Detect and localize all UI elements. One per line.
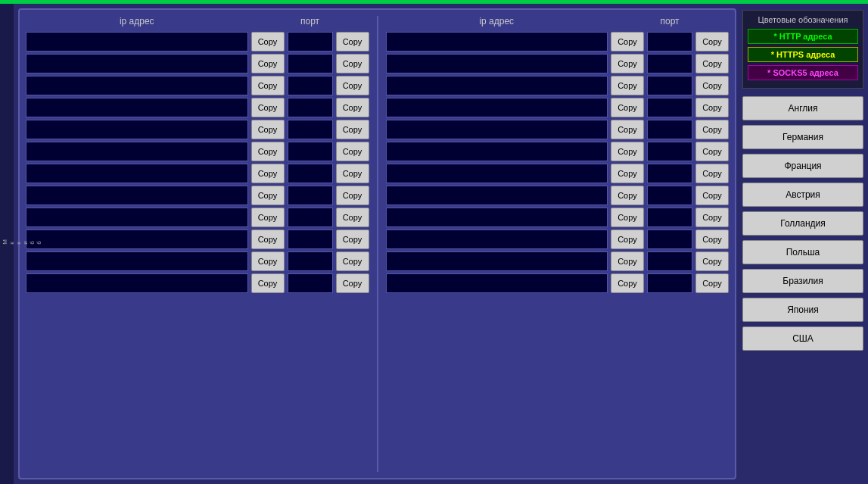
ip-input-left-3[interactable] [26, 76, 248, 95]
copy-ip-left-9[interactable]: Copy [251, 208, 285, 227]
copy-ip-left-5[interactable]: Copy [251, 120, 285, 139]
port-input-right-1[interactable] [647, 32, 692, 52]
port-input-right-4[interactable] [647, 98, 692, 117]
port-input-right-11[interactable] [647, 251, 692, 271]
port-input-left-10[interactable] [288, 230, 333, 249]
country-button-france[interactable]: Франция [742, 154, 863, 178]
country-button-netherlands[interactable]: Голландия [742, 211, 863, 236]
copy-ip-right-6[interactable]: Copy [611, 142, 644, 161]
copy-port-right-4[interactable]: Copy [695, 98, 729, 117]
country-button-brazil[interactable]: Бразилия [742, 269, 863, 293]
ip-input-right-11[interactable] [386, 251, 608, 271]
copy-ip-right-9[interactable]: Copy [611, 208, 644, 227]
country-button-austria[interactable]: Австрия [742, 183, 863, 207]
copy-port-left-8[interactable]: Copy [336, 186, 369, 205]
copy-port-left-7[interactable]: Copy [336, 164, 369, 183]
port-input-left-1[interactable] [288, 32, 333, 52]
copy-port-right-3[interactable]: Copy [695, 76, 729, 95]
ip-input-left-7[interactable] [26, 164, 248, 183]
port-input-left-11[interactable] [288, 251, 333, 271]
copy-ip-right-8[interactable]: Copy [611, 186, 644, 205]
copy-port-left-3[interactable]: Copy [336, 76, 369, 95]
copy-ip-right-3[interactable]: Copy [611, 76, 644, 95]
copy-ip-left-4[interactable]: Copy [251, 98, 285, 117]
copy-ip-left-6[interactable]: Copy [251, 142, 285, 161]
port-input-left-9[interactable] [288, 208, 333, 227]
copy-ip-right-2[interactable]: Copy [611, 54, 644, 73]
copy-port-right-6[interactable]: Copy [695, 142, 729, 161]
copy-ip-left-2[interactable]: Copy [251, 54, 285, 73]
copy-port-right-1[interactable]: Copy [695, 32, 729, 52]
ip-input-left-4[interactable] [26, 98, 248, 117]
country-button-germany[interactable]: Германия [742, 125, 863, 149]
copy-port-left-10[interactable]: Copy [336, 230, 369, 249]
ip-input-right-2[interactable] [386, 54, 608, 73]
port-input-right-5[interactable] [647, 120, 692, 139]
copy-port-left-2[interactable]: Copy [336, 54, 369, 73]
ip-input-right-5[interactable] [386, 120, 608, 139]
ip-input-right-6[interactable] [386, 142, 608, 161]
port-input-right-12[interactable] [647, 273, 692, 293]
copy-port-left-11[interactable]: Copy [336, 251, 369, 271]
copy-ip-right-4[interactable]: Copy [611, 98, 644, 117]
ip-input-right-8[interactable] [386, 186, 608, 205]
copy-ip-right-12[interactable]: Copy [611, 273, 644, 293]
copy-ip-left-3[interactable]: Copy [251, 76, 285, 95]
country-button-poland[interactable]: Польша [742, 240, 863, 264]
copy-port-left-9[interactable]: Copy [336, 208, 369, 227]
copy-port-left-4[interactable]: Copy [336, 98, 369, 117]
ip-input-right-3[interactable] [386, 76, 608, 95]
port-input-right-7[interactable] [647, 164, 692, 183]
copy-ip-right-7[interactable]: Copy [611, 164, 644, 183]
ip-input-right-10[interactable] [386, 230, 608, 249]
copy-ip-right-1[interactable]: Copy [611, 32, 644, 52]
ip-input-right-7[interactable] [386, 164, 608, 183]
copy-ip-left-7[interactable]: Copy [251, 164, 285, 183]
copy-port-right-2[interactable]: Copy [695, 54, 729, 73]
ip-input-right-4[interactable] [386, 98, 608, 117]
copy-ip-left-1[interactable]: Copy [251, 32, 285, 52]
copy-port-right-11[interactable]: Copy [695, 251, 729, 271]
copy-port-left-12[interactable]: Copy [336, 273, 369, 293]
port-input-left-7[interactable] [288, 164, 333, 183]
port-input-right-3[interactable] [647, 76, 692, 95]
ip-input-left-10[interactable] [26, 230, 248, 249]
port-input-left-3[interactable] [288, 76, 333, 95]
ip-input-left-11[interactable] [26, 251, 248, 271]
copy-port-right-8[interactable]: Copy [695, 186, 729, 205]
ip-input-right-12[interactable] [386, 273, 608, 293]
country-button-japan[interactable]: Япония [742, 298, 863, 322]
port-input-left-8[interactable] [288, 186, 333, 205]
port-input-left-12[interactable] [288, 273, 333, 293]
port-input-right-9[interactable] [647, 208, 692, 227]
copy-ip-left-11[interactable]: Copy [251, 251, 285, 271]
ip-input-left-8[interactable] [26, 186, 248, 205]
copy-port-right-12[interactable]: Copy [695, 273, 729, 293]
copy-ip-left-12[interactable]: Copy [251, 273, 285, 293]
copy-ip-right-5[interactable]: Copy [611, 120, 644, 139]
port-input-right-8[interactable] [647, 186, 692, 205]
ip-input-left-12[interactable] [26, 273, 248, 293]
ip-input-left-1[interactable] [26, 32, 248, 52]
port-input-right-10[interactable] [647, 230, 692, 249]
country-button-usa[interactable]: США [742, 326, 863, 351]
copy-port-left-5[interactable]: Copy [336, 120, 369, 139]
copy-port-left-6[interactable]: Copy [336, 142, 369, 161]
port-input-right-2[interactable] [647, 54, 692, 73]
ip-input-left-5[interactable] [26, 120, 248, 139]
copy-port-right-7[interactable]: Copy [695, 164, 729, 183]
copy-ip-left-8[interactable]: Copy [251, 186, 285, 205]
ip-input-left-6[interactable] [26, 142, 248, 161]
ip-input-right-9[interactable] [386, 208, 608, 227]
port-input-left-2[interactable] [288, 54, 333, 73]
copy-port-right-5[interactable]: Copy [695, 120, 729, 139]
port-input-left-4[interactable] [288, 98, 333, 117]
copy-ip-right-11[interactable]: Copy [611, 251, 644, 271]
port-input-left-6[interactable] [288, 142, 333, 161]
port-input-right-6[interactable] [647, 142, 692, 161]
ip-input-left-9[interactable] [26, 208, 248, 227]
ip-input-left-2[interactable] [26, 54, 248, 73]
copy-ip-left-10[interactable]: Copy [251, 230, 285, 249]
copy-ip-right-10[interactable]: Copy [611, 230, 644, 249]
ip-input-right-1[interactable] [386, 32, 608, 52]
